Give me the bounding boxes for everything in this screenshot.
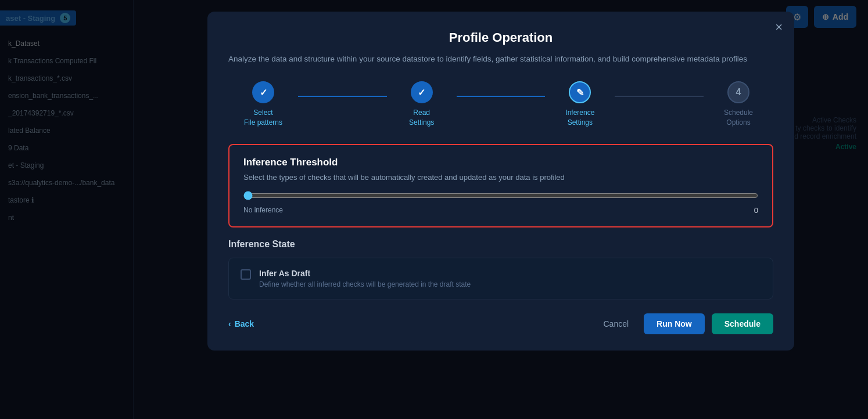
step-3-icon: ✎ xyxy=(576,87,584,98)
step-3: ✎ Inference Settings xyxy=(545,81,615,128)
back-chevron-icon: ‹ xyxy=(228,319,231,328)
step-2: ✓ Read Settings xyxy=(387,81,457,128)
step-1: ✓ Select File patterns xyxy=(228,81,298,128)
step-2-icon: ✓ xyxy=(418,87,425,98)
back-label: Back xyxy=(235,319,254,328)
inference-state-title: Inference State xyxy=(228,239,773,250)
cancel-button[interactable]: Cancel xyxy=(596,315,637,333)
step-connector-2 xyxy=(457,96,546,97)
modal-box: × Profile Operation Analyze the data and… xyxy=(207,12,794,351)
step-4-label: Schedule Options xyxy=(724,108,753,128)
step-4-number: 4 xyxy=(736,87,741,97)
step-2-label: Read Settings xyxy=(409,108,434,128)
infer-draft-box: Infer As Draft Define whether all inferr… xyxy=(228,258,773,299)
step-1-icon: ✓ xyxy=(260,87,267,98)
step-connector-3 xyxy=(615,96,704,97)
schedule-button[interactable]: Schedule xyxy=(712,313,773,334)
step-3-label: Inference Settings xyxy=(565,108,594,128)
slider-min-label: No inference xyxy=(243,206,283,215)
step-4: 4 Schedule Options xyxy=(704,81,773,128)
step-4-circle: 4 xyxy=(727,81,749,103)
close-button[interactable]: × xyxy=(775,21,783,34)
modal: × Profile Operation Analyze the data and… xyxy=(134,12,868,419)
step-connector-1 xyxy=(298,96,387,97)
step-1-circle: ✓ xyxy=(252,81,274,103)
footer-right-actions: Cancel Run Now Schedule xyxy=(596,313,774,334)
modal-title: Profile Operation xyxy=(228,30,773,45)
step-1-label: Select File patterns xyxy=(244,108,282,128)
inference-threshold-desc: Select the types of checks that will be … xyxy=(243,173,758,182)
inference-threshold-title: Inference Threshold xyxy=(243,157,758,168)
modal-footer: ‹ Back Cancel Run Now Schedule xyxy=(228,313,773,334)
slider-labels: No inference 0 xyxy=(243,206,758,215)
inference-slider-container xyxy=(243,191,758,203)
inference-threshold-section: Inference Threshold Select the types of … xyxy=(228,144,773,227)
modal-description: Analyze the data and structure within yo… xyxy=(228,53,773,65)
infer-as-draft-checkbox[interactable] xyxy=(241,269,251,280)
stepper: ✓ Select File patterns ✓ Read Settings ✎… xyxy=(228,81,773,128)
infer-draft-text: Infer As Draft Define whether all inferr… xyxy=(259,269,471,288)
back-button[interactable]: ‹ Back xyxy=(228,319,254,328)
step-3-circle: ✎ xyxy=(569,81,591,103)
inference-state-section: Inference State Infer As Draft Define wh… xyxy=(228,239,773,299)
slider-value: 0 xyxy=(754,206,758,215)
infer-draft-sublabel: Define whether all inferred checks will … xyxy=(259,280,471,288)
step-2-circle: ✓ xyxy=(411,81,433,103)
infer-draft-label: Infer As Draft xyxy=(259,269,471,278)
inference-slider[interactable] xyxy=(243,191,758,200)
run-now-button[interactable]: Run Now xyxy=(644,313,705,334)
